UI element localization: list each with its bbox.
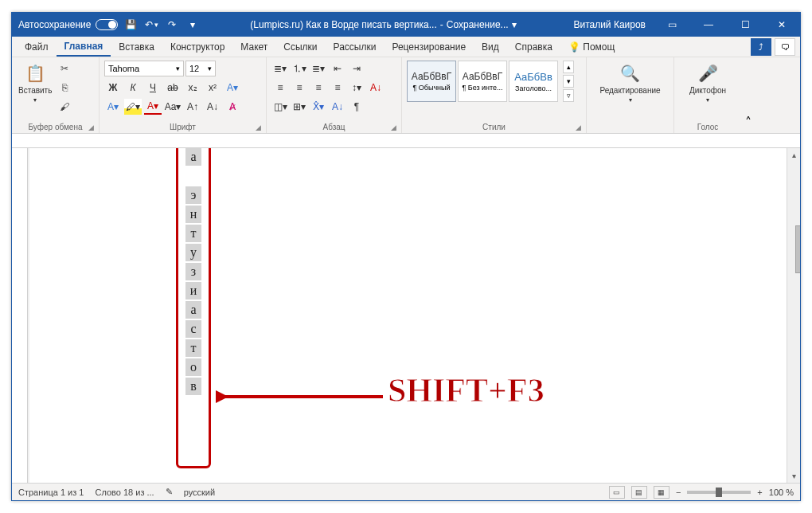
align-left-button[interactable]: ≡	[271, 80, 289, 96]
text-direction-button[interactable]: X̂▾	[310, 99, 327, 115]
scroll-thumb[interactable]	[795, 225, 800, 273]
status-words[interactable]: Слово 18 из ...	[95, 488, 154, 497]
style-up-icon[interactable]: ▴	[563, 61, 574, 73]
tab-references[interactable]: Ссылки	[275, 38, 325, 56]
dictate-button[interactable]: 🎤 Диктофон ▾	[688, 61, 728, 105]
zoom-in-icon[interactable]: +	[757, 488, 762, 497]
undo-icon[interactable]: ↶▾	[143, 17, 159, 33]
change-case-button[interactable]: Aa▾	[164, 99, 182, 115]
group-font: Tahoma▾ 12▾ Ж К Ч ab x₂ x² A▾ A▾ 🖊▾	[100, 57, 267, 133]
ribbon-options-icon[interactable]: ▭	[654, 13, 690, 37]
style-nospacing[interactable]: АаБбВвГ¶ Без инте...	[458, 61, 507, 102]
decrease-indent-button[interactable]: ⇤	[329, 61, 346, 76]
zoom-slider[interactable]	[687, 491, 751, 494]
styles-launcher-icon[interactable]: ◢	[576, 123, 581, 131]
style-down-icon[interactable]: ▾	[563, 75, 574, 88]
group-styles: АаБбВвГ¶ Обычный АаБбВвГ¶ Без инте... Аа…	[402, 57, 587, 133]
status-lang[interactable]: русский	[184, 488, 215, 497]
tab-review[interactable]: Рецензирование	[384, 38, 474, 56]
shading-button[interactable]: ◫▾	[271, 99, 289, 115]
autosave-toggle[interactable]	[96, 19, 118, 30]
shrink-font-button[interactable]: A↓	[204, 99, 221, 115]
collapse-ribbon-icon[interactable]: ˄	[741, 57, 755, 133]
group-editing: 🔍 Редактирование ▾	[587, 57, 674, 133]
text-effects-button[interactable]: A▾	[224, 80, 241, 96]
show-marks-button[interactable]: ¶	[348, 99, 365, 115]
share-button[interactable]: ⤴	[751, 38, 771, 56]
zoom-level[interactable]: 100 %	[769, 488, 794, 497]
tab-view[interactable]: Вид	[474, 38, 507, 56]
paragraph-launcher-icon[interactable]: ◢	[391, 123, 396, 131]
format-painter-icon[interactable]: 🖌	[57, 99, 72, 115]
underline-button[interactable]: Ч	[144, 80, 162, 96]
justify-button[interactable]: ≡	[329, 80, 346, 96]
scroll-down-icon[interactable]: ▾	[787, 469, 800, 483]
font-launcher-icon[interactable]: ◢	[256, 123, 261, 131]
redo-icon[interactable]: ↷	[164, 17, 180, 33]
ruler-vertical[interactable]	[12, 148, 28, 483]
numbering-button[interactable]: ⒈▾	[291, 61, 308, 76]
tab-design[interactable]: Конструктор	[162, 38, 232, 56]
style-gallery: АаБбВвГ¶ Обычный АаБбВвГ¶ Без инте... Аа…	[407, 61, 558, 102]
tab-tellme[interactable]: 💡 Помощ	[560, 38, 623, 56]
style-normal[interactable]: АаБбВвГ¶ Обычный	[407, 61, 456, 102]
bullets-button[interactable]: ≣▾	[271, 61, 289, 76]
clear-format-button[interactable]: A̷	[224, 99, 241, 115]
tab-help[interactable]: Справка	[507, 38, 560, 56]
ruler-horizontal[interactable]	[12, 134, 800, 148]
align-center-button[interactable]: ≡	[291, 80, 308, 96]
subscript-button[interactable]: x₂	[184, 80, 201, 96]
tab-home[interactable]: Главная	[57, 37, 111, 57]
save-icon[interactable]: 💾	[123, 17, 139, 33]
minimize-button[interactable]: ―	[690, 13, 727, 37]
font-name-combo[interactable]: Tahoma▾	[104, 61, 184, 76]
group-voice-label: Голос	[697, 123, 719, 131]
view-focus-icon[interactable]: ▭	[609, 486, 625, 499]
comments-button[interactable]: 🗨	[775, 38, 795, 56]
scroll-up-icon[interactable]: ▴	[787, 148, 800, 162]
close-button[interactable]: ✕	[763, 13, 800, 37]
group-paragraph-label: Абзац	[322, 123, 345, 131]
sort-button[interactable]: A↓	[367, 80, 385, 96]
grow-font-button[interactable]: A↑	[184, 99, 201, 115]
tab-mailings[interactable]: Рассылки	[326, 38, 385, 56]
italic-button[interactable]: К	[124, 80, 142, 96]
superscript-button[interactable]: x²	[204, 80, 221, 96]
asian-layout-button[interactable]: A↓	[329, 99, 346, 115]
font-color-button[interactable]: A▾	[144, 99, 162, 115]
view-print-icon[interactable]: ▤	[631, 486, 647, 499]
strike-button[interactable]: ab	[164, 80, 182, 96]
status-page[interactable]: Страница 1 из 1	[18, 488, 84, 497]
zoom-out-icon[interactable]: −	[676, 488, 681, 497]
tab-file[interactable]: Файл	[17, 38, 57, 56]
qat-more-icon[interactable]: ▾	[185, 17, 201, 33]
mic-icon: 🎤	[697, 62, 719, 84]
ribbon-tabs: Файл Главная Вставка Конструктор Макет С…	[12, 37, 800, 57]
align-right-button[interactable]: ≡	[310, 80, 327, 96]
bold-button[interactable]: Ж	[104, 80, 122, 96]
view-web-icon[interactable]: ▦	[654, 486, 670, 499]
borders-button[interactable]: ⊞▾	[291, 99, 308, 115]
font-size-combo[interactable]: 12▾	[185, 61, 216, 76]
user-name[interactable]: Виталий Каиров	[565, 19, 654, 30]
spellcheck-icon[interactable]: ✎	[166, 487, 173, 497]
clipboard-launcher-icon[interactable]: ◢	[88, 123, 94, 131]
document-canvas[interactable]: аэнтузиастов SHIFT+F3	[29, 148, 787, 483]
ribbon: 📋 Вставить ▾ ✂ ⎘ 🖌 Буфер обмена◢ Tahoma▾	[12, 57, 800, 134]
paste-button[interactable]: 📋 Вставить ▾	[17, 61, 53, 105]
highlight-button[interactable]: 🖊▾	[124, 99, 142, 115]
font-fill-button[interactable]: A▾	[104, 99, 122, 115]
maximize-button[interactable]: ☐	[727, 13, 763, 37]
style-heading[interactable]: АаБбВвЗаголово...	[509, 61, 558, 102]
line-spacing-button[interactable]: ↕▾	[348, 80, 365, 96]
multilevel-button[interactable]: ≣▾	[310, 61, 327, 76]
tab-insert[interactable]: Вставка	[111, 38, 162, 56]
style-more-icon[interactable]: ▿	[563, 89, 574, 102]
copy-icon[interactable]: ⎘	[57, 80, 72, 96]
cut-icon[interactable]: ✂	[57, 61, 72, 76]
find-button[interactable]: 🔍 Редактирование ▾	[598, 61, 662, 105]
tab-layout[interactable]: Макет	[232, 38, 275, 56]
scrollbar-vertical[interactable]: ▴ ▾	[787, 148, 800, 483]
increase-indent-button[interactable]: ⇥	[348, 61, 365, 76]
statusbar: Страница 1 из 1 Слово 18 из ... ✎ русски…	[12, 483, 800, 500]
